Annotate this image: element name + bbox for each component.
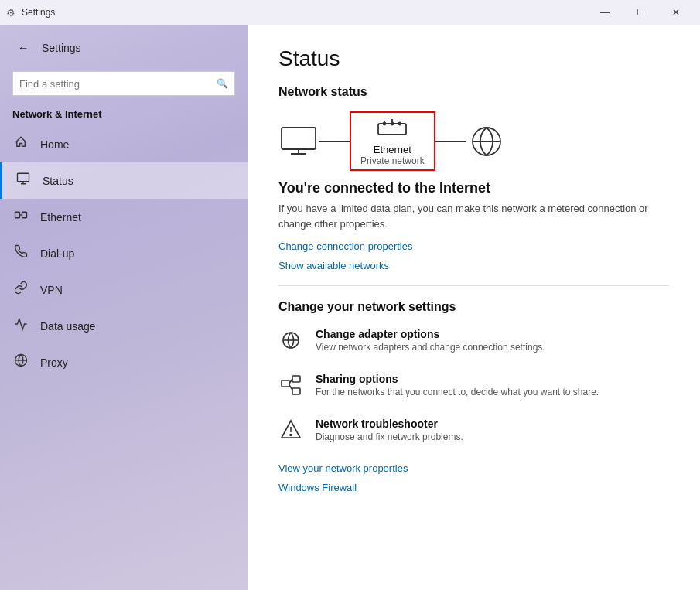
svg-rect-0 xyxy=(18,173,29,182)
sidebar-header: ← Settings xyxy=(0,25,248,65)
connected-title: You're connected to the Internet xyxy=(278,180,669,196)
sidebar-item-home-label: Home xyxy=(40,138,69,151)
minimize-button[interactable]: — xyxy=(587,0,623,25)
view-network-properties-link[interactable]: View your network properties xyxy=(278,462,669,474)
title-bar-left: ⚙ Settings xyxy=(6,7,55,19)
troubleshooter-icon xyxy=(278,419,303,445)
svg-rect-1 xyxy=(15,212,20,218)
troubleshooter-text: Network troubleshooter Diagnose and fix … xyxy=(316,418,463,442)
ethernet-box: Ethernet Private network xyxy=(350,111,435,171)
router-icon xyxy=(377,116,408,141)
line-1 xyxy=(319,141,350,142)
connected-desc: If you have a limited data plan, you can… xyxy=(278,201,665,231)
sidebar-app-title: Settings xyxy=(42,42,81,54)
sidebar-item-dialup-label: Dial-up xyxy=(40,247,74,260)
sidebar-item-proxy[interactable]: Proxy xyxy=(0,344,248,380)
main-layout: ← Settings 🔍 Network & Internet Home Sta… xyxy=(0,25,700,590)
adapter-options-desc: View network adapters and change connect… xyxy=(316,342,545,353)
svg-rect-2 xyxy=(22,212,27,218)
sharing-options-item[interactable]: Sharing options For the networks that yo… xyxy=(278,373,669,401)
line-2 xyxy=(435,141,466,142)
sidebar-item-status[interactable]: Status xyxy=(0,162,248,199)
troubleshooter-item[interactable]: Network troubleshooter Diagnose and fix … xyxy=(278,418,669,445)
sidebar-item-vpn-label: VPN xyxy=(40,284,63,296)
sidebar-item-ethernet[interactable]: Ethernet xyxy=(0,199,248,235)
private-network-label: Private network xyxy=(360,155,425,166)
windows-firewall-link[interactable]: Windows Firewall xyxy=(278,482,669,493)
troubleshooter-desc: Diagnose and fix network problems. xyxy=(316,431,463,442)
maximize-button[interactable]: ☐ xyxy=(623,0,658,25)
sidebar-item-ethernet-label: Ethernet xyxy=(40,211,81,223)
svg-point-7 xyxy=(384,123,386,125)
sharing-options-desc: For the networks that you connect to, de… xyxy=(316,387,599,397)
change-settings-heading: Change your network settings xyxy=(278,300,669,314)
back-button[interactable]: ← xyxy=(12,37,34,59)
svg-rect-15 xyxy=(292,376,300,382)
vpn-icon xyxy=(12,281,29,298)
adapter-options-text: Change adapter options View network adap… xyxy=(316,328,545,353)
sidebar-item-vpn[interactable]: VPN xyxy=(0,271,248,308)
close-button[interactable]: ✕ xyxy=(658,0,694,25)
title-bar-title: Settings xyxy=(22,7,55,18)
svg-point-8 xyxy=(391,123,394,125)
change-connection-link[interactable]: Change connection properties xyxy=(278,240,669,252)
sidebar-item-datausage-label: Data usage xyxy=(40,320,96,333)
proxy-icon xyxy=(12,353,29,371)
content-area: Status Network status xyxy=(248,25,700,590)
ethernet-label: Ethernet xyxy=(360,144,425,155)
svg-rect-5 xyxy=(282,128,316,149)
adapter-options-item[interactable]: Change adapter options View network adap… xyxy=(278,328,669,356)
dialup-icon xyxy=(12,244,29,262)
svg-point-19 xyxy=(290,435,292,436)
sharing-icon xyxy=(278,374,303,401)
sharing-options-title: Sharing options xyxy=(316,373,599,385)
globe-icon xyxy=(466,124,507,159)
network-diagram: Ethernet Private network xyxy=(278,111,669,171)
sharing-options-text: Sharing options For the networks that yo… xyxy=(316,373,599,397)
title-bar: ⚙ Settings — ☐ ✕ xyxy=(0,0,700,25)
sidebar: ← Settings 🔍 Network & Internet Home Sta… xyxy=(0,25,248,590)
back-icon: ← xyxy=(18,42,29,54)
svg-rect-16 xyxy=(292,388,300,394)
ethernet-icon xyxy=(12,208,29,226)
sidebar-item-datausage[interactable]: Data usage xyxy=(0,308,248,344)
show-networks-link[interactable]: Show available networks xyxy=(278,260,669,271)
adapter-options-title: Change adapter options xyxy=(316,328,545,340)
network-status-heading: Network status xyxy=(278,85,669,99)
search-box[interactable]: 🔍 xyxy=(12,71,235,96)
sidebar-item-proxy-label: Proxy xyxy=(40,356,68,369)
bottom-links: View your network properties Windows Fir… xyxy=(278,462,669,493)
search-icon: 🔍 xyxy=(217,78,228,89)
troubleshooter-title: Network troubleshooter xyxy=(316,418,463,430)
sidebar-item-home[interactable]: Home xyxy=(0,126,248,162)
svg-rect-14 xyxy=(282,380,289,387)
svg-point-9 xyxy=(399,123,401,125)
sidebar-item-status-label: Status xyxy=(43,175,73,187)
adapter-icon xyxy=(278,329,303,356)
search-input[interactable] xyxy=(19,78,217,90)
title-bar-controls: — ☐ ✕ xyxy=(587,0,694,25)
home-icon xyxy=(12,135,29,153)
divider-1 xyxy=(278,285,669,286)
network-section-title: Network & Internet xyxy=(0,105,248,126)
datausage-icon xyxy=(12,317,29,335)
sidebar-item-dialup[interactable]: Dial-up xyxy=(0,235,248,271)
computer-icon xyxy=(278,124,319,159)
page-title: Status xyxy=(278,46,669,71)
status-icon xyxy=(15,172,32,189)
